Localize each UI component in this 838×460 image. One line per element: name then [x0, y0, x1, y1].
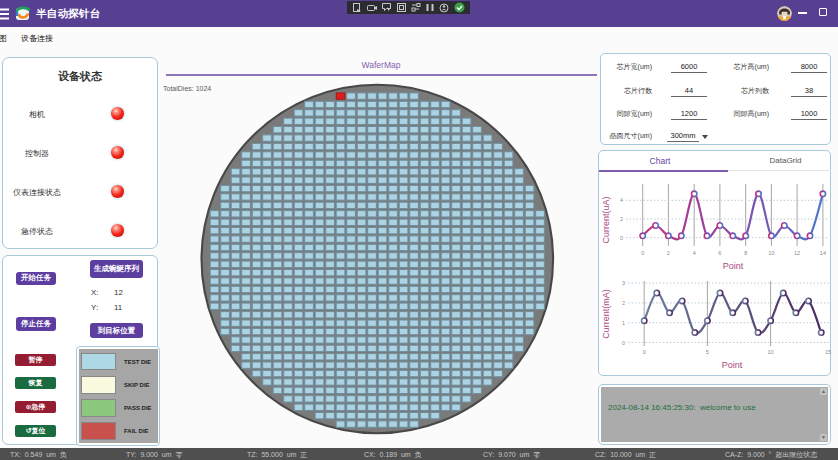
svg-text:Current(mA): Current(mA): [601, 289, 611, 339]
svg-text:0: 0: [643, 349, 646, 355]
svg-text:10: 10: [768, 250, 774, 256]
svg-text:0: 0: [622, 340, 625, 346]
svg-text:0: 0: [641, 250, 644, 256]
svg-text:4: 4: [693, 250, 696, 256]
svg-text:Point: Point: [722, 360, 743, 370]
svg-text:2: 2: [622, 300, 625, 306]
svg-text:4: 4: [620, 197, 623, 203]
svg-text:2: 2: [620, 216, 623, 222]
svg-text:2: 2: [667, 250, 670, 256]
svg-text:15: 15: [825, 349, 831, 355]
svg-text:14: 14: [820, 250, 826, 256]
svg-text:3: 3: [622, 280, 625, 286]
svg-text:Point: Point: [723, 261, 744, 271]
svg-text:5: 5: [706, 349, 709, 355]
svg-text:12: 12: [794, 250, 800, 256]
svg-text:1: 1: [622, 320, 625, 326]
svg-text:6: 6: [718, 250, 721, 256]
svg-text:0: 0: [620, 235, 623, 241]
svg-text:10: 10: [768, 349, 774, 355]
svg-text:Current(uA): Current(uA): [601, 196, 611, 243]
svg-text:8: 8: [744, 250, 747, 256]
